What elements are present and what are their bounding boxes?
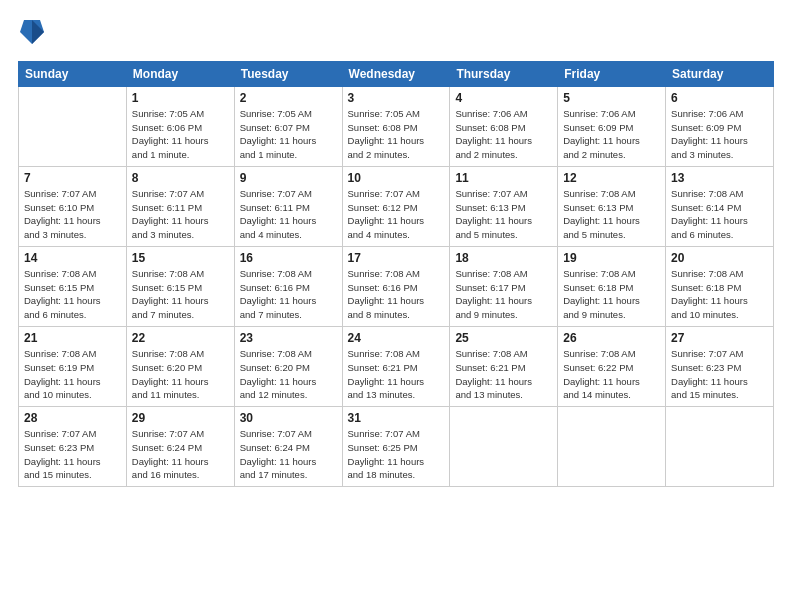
day-info: Sunrise: 7:08 AM Sunset: 6:15 PM Dayligh…: [24, 267, 121, 322]
day-number: 18: [455, 251, 552, 265]
day-number: 30: [240, 411, 337, 425]
day-cell: 28Sunrise: 7:07 AM Sunset: 6:23 PM Dayli…: [19, 407, 127, 487]
day-info: Sunrise: 7:06 AM Sunset: 6:08 PM Dayligh…: [455, 107, 552, 162]
calendar-table: SundayMondayTuesdayWednesdayThursdayFrid…: [18, 61, 774, 487]
col-header-tuesday: Tuesday: [234, 61, 342, 86]
day-info: Sunrise: 7:07 AM Sunset: 6:25 PM Dayligh…: [348, 427, 445, 482]
col-header-saturday: Saturday: [666, 61, 774, 86]
day-info: Sunrise: 7:07 AM Sunset: 6:11 PM Dayligh…: [132, 187, 229, 242]
day-cell: 21Sunrise: 7:08 AM Sunset: 6:19 PM Dayli…: [19, 326, 127, 406]
day-number: 5: [563, 91, 660, 105]
day-number: 11: [455, 171, 552, 185]
day-cell: 31Sunrise: 7:07 AM Sunset: 6:25 PM Dayli…: [342, 407, 450, 487]
day-number: 9: [240, 171, 337, 185]
day-number: 29: [132, 411, 229, 425]
day-number: 8: [132, 171, 229, 185]
page-header: [18, 18, 774, 51]
day-number: 14: [24, 251, 121, 265]
day-info: Sunrise: 7:05 AM Sunset: 6:08 PM Dayligh…: [348, 107, 445, 162]
day-cell: 9Sunrise: 7:07 AM Sunset: 6:11 PM Daylig…: [234, 166, 342, 246]
col-header-wednesday: Wednesday: [342, 61, 450, 86]
day-number: 6: [671, 91, 768, 105]
day-number: 21: [24, 331, 121, 345]
day-number: 13: [671, 171, 768, 185]
day-number: 10: [348, 171, 445, 185]
day-info: Sunrise: 7:08 AM Sunset: 6:17 PM Dayligh…: [455, 267, 552, 322]
day-info: Sunrise: 7:06 AM Sunset: 6:09 PM Dayligh…: [563, 107, 660, 162]
day-cell: 16Sunrise: 7:08 AM Sunset: 6:16 PM Dayli…: [234, 246, 342, 326]
day-cell: 14Sunrise: 7:08 AM Sunset: 6:15 PM Dayli…: [19, 246, 127, 326]
day-cell: 22Sunrise: 7:08 AM Sunset: 6:20 PM Dayli…: [126, 326, 234, 406]
day-cell: 19Sunrise: 7:08 AM Sunset: 6:18 PM Dayli…: [558, 246, 666, 326]
day-cell: 29Sunrise: 7:07 AM Sunset: 6:24 PM Dayli…: [126, 407, 234, 487]
day-cell: 1Sunrise: 7:05 AM Sunset: 6:06 PM Daylig…: [126, 86, 234, 166]
day-number: 27: [671, 331, 768, 345]
day-info: Sunrise: 7:06 AM Sunset: 6:09 PM Dayligh…: [671, 107, 768, 162]
day-cell: [558, 407, 666, 487]
day-info: Sunrise: 7:08 AM Sunset: 6:22 PM Dayligh…: [563, 347, 660, 402]
day-cell: [450, 407, 558, 487]
day-number: 12: [563, 171, 660, 185]
day-number: 3: [348, 91, 445, 105]
logo-text: [18, 18, 44, 51]
week-row-1: 7Sunrise: 7:07 AM Sunset: 6:10 PM Daylig…: [19, 166, 774, 246]
day-cell: 26Sunrise: 7:08 AM Sunset: 6:22 PM Dayli…: [558, 326, 666, 406]
day-info: Sunrise: 7:08 AM Sunset: 6:20 PM Dayligh…: [240, 347, 337, 402]
day-number: 16: [240, 251, 337, 265]
day-info: Sunrise: 7:08 AM Sunset: 6:16 PM Dayligh…: [240, 267, 337, 322]
day-info: Sunrise: 7:08 AM Sunset: 6:21 PM Dayligh…: [455, 347, 552, 402]
day-info: Sunrise: 7:07 AM Sunset: 6:24 PM Dayligh…: [132, 427, 229, 482]
day-info: Sunrise: 7:08 AM Sunset: 6:19 PM Dayligh…: [24, 347, 121, 402]
day-cell: 30Sunrise: 7:07 AM Sunset: 6:24 PM Dayli…: [234, 407, 342, 487]
day-info: Sunrise: 7:08 AM Sunset: 6:18 PM Dayligh…: [671, 267, 768, 322]
day-info: Sunrise: 7:08 AM Sunset: 6:16 PM Dayligh…: [348, 267, 445, 322]
day-cell: 3Sunrise: 7:05 AM Sunset: 6:08 PM Daylig…: [342, 86, 450, 166]
day-cell: 11Sunrise: 7:07 AM Sunset: 6:13 PM Dayli…: [450, 166, 558, 246]
day-cell: 13Sunrise: 7:08 AM Sunset: 6:14 PM Dayli…: [666, 166, 774, 246]
day-number: 26: [563, 331, 660, 345]
day-info: Sunrise: 7:07 AM Sunset: 6:12 PM Dayligh…: [348, 187, 445, 242]
logo: [18, 18, 44, 51]
col-header-monday: Monday: [126, 61, 234, 86]
day-cell: 8Sunrise: 7:07 AM Sunset: 6:11 PM Daylig…: [126, 166, 234, 246]
day-info: Sunrise: 7:07 AM Sunset: 6:13 PM Dayligh…: [455, 187, 552, 242]
day-info: Sunrise: 7:07 AM Sunset: 6:11 PM Dayligh…: [240, 187, 337, 242]
day-info: Sunrise: 7:08 AM Sunset: 6:14 PM Dayligh…: [671, 187, 768, 242]
day-number: 23: [240, 331, 337, 345]
day-cell: 27Sunrise: 7:07 AM Sunset: 6:23 PM Dayli…: [666, 326, 774, 406]
day-cell: 4Sunrise: 7:06 AM Sunset: 6:08 PM Daylig…: [450, 86, 558, 166]
day-info: Sunrise: 7:05 AM Sunset: 6:06 PM Dayligh…: [132, 107, 229, 162]
logo-icon: [20, 18, 44, 46]
day-number: 28: [24, 411, 121, 425]
day-cell: 18Sunrise: 7:08 AM Sunset: 6:17 PM Dayli…: [450, 246, 558, 326]
week-row-3: 21Sunrise: 7:08 AM Sunset: 6:19 PM Dayli…: [19, 326, 774, 406]
day-info: Sunrise: 7:07 AM Sunset: 6:24 PM Dayligh…: [240, 427, 337, 482]
week-row-4: 28Sunrise: 7:07 AM Sunset: 6:23 PM Dayli…: [19, 407, 774, 487]
day-info: Sunrise: 7:07 AM Sunset: 6:23 PM Dayligh…: [671, 347, 768, 402]
calendar-header-row: SundayMondayTuesdayWednesdayThursdayFrid…: [19, 61, 774, 86]
day-info: Sunrise: 7:07 AM Sunset: 6:23 PM Dayligh…: [24, 427, 121, 482]
day-info: Sunrise: 7:08 AM Sunset: 6:21 PM Dayligh…: [348, 347, 445, 402]
day-info: Sunrise: 7:08 AM Sunset: 6:20 PM Dayligh…: [132, 347, 229, 402]
day-number: 25: [455, 331, 552, 345]
day-number: 20: [671, 251, 768, 265]
day-number: 1: [132, 91, 229, 105]
day-cell: 10Sunrise: 7:07 AM Sunset: 6:12 PM Dayli…: [342, 166, 450, 246]
day-number: 15: [132, 251, 229, 265]
week-row-0: 1Sunrise: 7:05 AM Sunset: 6:06 PM Daylig…: [19, 86, 774, 166]
day-number: 7: [24, 171, 121, 185]
day-cell: 15Sunrise: 7:08 AM Sunset: 6:15 PM Dayli…: [126, 246, 234, 326]
day-number: 4: [455, 91, 552, 105]
col-header-thursday: Thursday: [450, 61, 558, 86]
day-cell: 2Sunrise: 7:05 AM Sunset: 6:07 PM Daylig…: [234, 86, 342, 166]
day-cell: 20Sunrise: 7:08 AM Sunset: 6:18 PM Dayli…: [666, 246, 774, 326]
day-cell: [19, 86, 127, 166]
day-info: Sunrise: 7:05 AM Sunset: 6:07 PM Dayligh…: [240, 107, 337, 162]
day-info: Sunrise: 7:08 AM Sunset: 6:18 PM Dayligh…: [563, 267, 660, 322]
day-number: 22: [132, 331, 229, 345]
day-cell: 7Sunrise: 7:07 AM Sunset: 6:10 PM Daylig…: [19, 166, 127, 246]
day-cell: 23Sunrise: 7:08 AM Sunset: 6:20 PM Dayli…: [234, 326, 342, 406]
week-row-2: 14Sunrise: 7:08 AM Sunset: 6:15 PM Dayli…: [19, 246, 774, 326]
day-number: 17: [348, 251, 445, 265]
day-number: 2: [240, 91, 337, 105]
